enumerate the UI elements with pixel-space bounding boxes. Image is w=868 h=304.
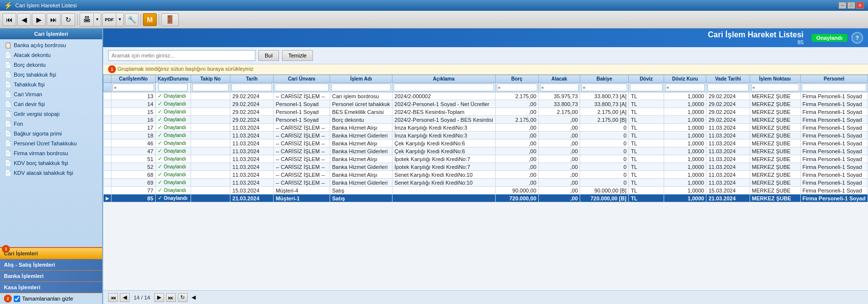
pdf-arrow-btn[interactable]: ▼: [116, 13, 123, 26]
col-header-vade[interactable]: Vade Tarihi: [706, 75, 750, 83]
sidebar-item-fon[interactable]: 📄 Fon: [0, 119, 102, 129]
col-header-tarih[interactable]: Tarih: [230, 75, 274, 83]
col-header-alacak[interactable]: Alacak: [538, 75, 580, 83]
filter-personel-input[interactable]: [802, 83, 867, 91]
filter-alacak-input[interactable]: [540, 83, 579, 91]
print-btn[interactable]: 🖶: [80, 13, 94, 26]
minimize-button[interactable]: ─: [839, 2, 846, 9]
filter-tarih-input[interactable]: [231, 83, 272, 91]
sidebar-nav-kasa[interactable]: Kasa İşlemleri: [0, 282, 102, 293]
page-prev-btn[interactable]: ◀: [120, 293, 130, 302]
table-row[interactable]: 52✓ Onaylandı11.03.2024-- CARİSİZ İŞLEM …: [104, 163, 868, 171]
sidebar-item-borc-tahakkuk[interactable]: 📄 Borç tahakkuk fişi: [0, 70, 102, 80]
filter-aciklama-input[interactable]: [393, 83, 494, 91]
filter-id-input[interactable]: [112, 83, 154, 91]
col-header-bakiye[interactable]: Bakiye: [580, 75, 629, 83]
table-row[interactable]: 46✓ Onaylandı11.03.2024-- CARİSİZ İŞLEM …: [104, 139, 868, 147]
filter-borc-input[interactable]: [497, 83, 537, 91]
pdf-btn[interactable]: PDF: [103, 13, 116, 26]
col-header-nokta[interactable]: İşlem Noktası: [750, 75, 800, 83]
sidebar-item-borc-dekontu[interactable]: 📄 Borç dekontu: [0, 60, 102, 70]
col-header-takip[interactable]: Takip No: [191, 75, 230, 83]
col-header-personel[interactable]: Personel: [800, 75, 868, 83]
filter-islem[interactable]: [330, 83, 392, 92]
filter-vade-input[interactable]: [707, 83, 748, 91]
clear-button[interactable]: Temizle: [282, 50, 313, 61]
table-row[interactable]: 15✓ Onaylandı29.02.2024Personel-1 SoyadB…: [104, 108, 868, 116]
table-row[interactable]: 69✓ Onaylandı11.03.2024-- CARİSİZ İŞLEM …: [104, 179, 868, 187]
sidebar-nav-cari-islemleri[interactable]: Cari İşlemleri: [0, 248, 102, 259]
page-last-btn[interactable]: ⏭: [166, 293, 176, 302]
table-row[interactable]: 14✓ Onaylandı29.02.2024Personel-1 SoyadP…: [104, 100, 868, 108]
table-row[interactable]: 47✓ Onaylandı11.03.2024-- CARİSİZ İŞLEM …: [104, 147, 868, 155]
filter-aciklama[interactable]: [392, 83, 496, 92]
filter-doviz-input[interactable]: [630, 83, 662, 91]
filter-unvan[interactable]: [274, 83, 330, 92]
filter-doviz[interactable]: [629, 83, 664, 92]
col-header-doviz[interactable]: Döviz: [629, 75, 664, 83]
filter-borc[interactable]: [495, 83, 538, 92]
table-row[interactable]: 13✓ Onaylandı29.02.2024-- CARİSİZ İŞLEM …: [104, 92, 868, 100]
table-row[interactable]: 77✓ Onaylandı15.03.2024Müşteri-4Satış90.…: [104, 187, 868, 194]
col-header-id[interactable]: CariİşlemNo: [112, 75, 156, 83]
sidebar-nav-alis-satis[interactable]: Alış - Satış İşlemleri: [0, 259, 102, 271]
sidebar-item-kdv-alacak[interactable]: 📄 KDV alacak tahakkuk fişi: [0, 168, 102, 178]
filter-kur[interactable]: [664, 83, 706, 92]
hide-completed-checkbox[interactable]: [14, 296, 20, 302]
table-row[interactable]: 68✓ Onaylandı11.03.2024-- CARİSİZ İŞLEM …: [104, 171, 868, 179]
sidebar-item-tahakkuk-fisi[interactable]: 📄 Tahakkuk fişi: [0, 80, 102, 89]
filter-unvan-input[interactable]: [275, 83, 329, 91]
sidebar-item-bagkur[interactable]: 📄 Bağkur sigorta primi: [0, 129, 102, 138]
filter-bakiye-input[interactable]: [581, 83, 627, 91]
filter-islem-input[interactable]: [331, 83, 391, 91]
filter-bakiye[interactable]: [580, 83, 629, 92]
refresh-btn[interactable]: ↻: [61, 13, 75, 26]
search-input[interactable]: [108, 50, 255, 61]
filter-nokta[interactable]: [750, 83, 800, 92]
col-header-aciklama[interactable]: Açıklama: [392, 75, 496, 83]
col-header-unvan[interactable]: Cari Ünvanı: [274, 75, 330, 83]
close-button[interactable]: ✕: [856, 2, 864, 9]
filter-nokta-input[interactable]: [751, 83, 799, 91]
col-header-borc[interactable]: Borç: [495, 75, 538, 83]
filter-tarih[interactable]: [230, 83, 274, 92]
filter-kur-input[interactable]: [665, 83, 705, 91]
sidebar-item-personel-ucret[interactable]: 📄 Personel Ücret Tahakkuku: [0, 138, 102, 148]
table-row[interactable]: 16✓ Onaylandı29.02.2024Personel-1 SoyadB…: [104, 116, 868, 124]
prev-btn[interactable]: ◀: [17, 13, 31, 26]
last-btn[interactable]: ⏭: [47, 13, 60, 26]
filter-personel[interactable]: [800, 83, 868, 92]
print-arrow-btn[interactable]: ▼: [94, 13, 101, 26]
table-row[interactable]: 18✓ Onaylandı11.03.2024-- CARİSİZ İŞLEM …: [104, 132, 868, 139]
filter-kayit[interactable]: [156, 83, 191, 92]
m-button[interactable]: M: [143, 13, 157, 26]
sidebar-item-alacak-dekontu[interactable]: 📄 Alacak dekontu: [0, 50, 102, 60]
sidebar-item-firma-virman[interactable]: 📄 Firma virman bordrosu: [0, 148, 102, 158]
next-btn[interactable]: ▶: [32, 13, 46, 26]
table-row[interactable]: ▶85✓ Onaylandı21.03.2024Müşteri-1Satış72…: [104, 194, 868, 202]
table-row[interactable]: 17✓ Onaylandı11.03.2024-- CARİSİZ İŞLEM …: [104, 124, 868, 132]
filter-kayit-input[interactable]: [158, 83, 188, 91]
sidebar-item-banka-acilis[interactable]: 📋 Banka açılış bordrosu: [0, 40, 102, 50]
sidebar-item-gelir-vergisi[interactable]: 📄 Gelir vergisi stopajı: [0, 109, 102, 119]
col-header-islem[interactable]: İşlem Adı: [330, 75, 392, 83]
page-refresh-btn[interactable]: ↻: [178, 293, 188, 302]
filter-id[interactable]: [112, 83, 156, 92]
sidebar-nav-banka[interactable]: Banka İşlemleri: [0, 271, 102, 282]
col-header-kur[interactable]: Döviz Kuru: [664, 75, 706, 83]
sidebar-item-cari-devir[interactable]: 📄 Cari devir fişi: [0, 99, 102, 109]
filter-vade[interactable]: [706, 83, 750, 92]
filter-takip[interactable]: [191, 83, 230, 92]
page-next-btn[interactable]: ▶: [154, 293, 164, 302]
sidebar-item-kdv-borc[interactable]: 📄 KDV borç tahakkuk fişi: [0, 158, 102, 168]
tool-btn[interactable]: 🔧: [125, 13, 139, 26]
help-button[interactable]: ?: [851, 32, 863, 44]
find-button[interactable]: Bul: [258, 50, 279, 61]
page-first-btn[interactable]: ⏮: [108, 293, 118, 302]
first-btn[interactable]: ⏮: [2, 13, 16, 26]
filter-alacak[interactable]: [538, 83, 580, 92]
maximize-button[interactable]: □: [847, 2, 855, 9]
sidebar-item-cari-virman[interactable]: 📄 Cari Virman: [0, 89, 102, 99]
table-row[interactable]: 51✓ Onaylandı11.03.2024-- CARİSİZ İŞLEM …: [104, 155, 868, 163]
exit-btn[interactable]: 🚪: [161, 13, 179, 26]
